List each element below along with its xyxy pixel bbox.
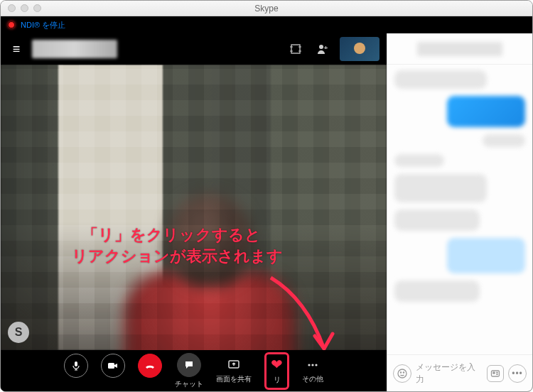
chat-log[interactable] xyxy=(387,65,532,354)
card-icon xyxy=(490,369,500,379)
svg-rect-0 xyxy=(291,45,300,53)
chat-message xyxy=(394,209,480,231)
window-title: Skype xyxy=(1,4,532,13)
contact-card-button[interactable] xyxy=(487,365,504,382)
svg-point-9 xyxy=(308,364,310,366)
chat-label: チャット xyxy=(175,379,203,389)
chat-contact-name-blurred xyxy=(417,42,502,56)
more-icon xyxy=(306,358,320,372)
call-header: ≡ xyxy=(1,33,387,65)
chat-panel: メッセージを入力 ••• xyxy=(387,33,532,391)
add-participant-icon[interactable] xyxy=(313,39,333,59)
svg-rect-7 xyxy=(108,363,114,369)
chat-message xyxy=(394,154,444,167)
share-label: 画面を共有 xyxy=(216,374,252,384)
open-chat-button[interactable]: チャット xyxy=(175,353,203,389)
chat-message xyxy=(394,174,487,202)
call-control-bar: . . . チャット xyxy=(1,350,387,391)
mosaic-overlay xyxy=(1,65,387,350)
chat-message xyxy=(447,96,525,127)
chat-message xyxy=(394,281,480,302)
annotation-text-2: リアクションが表示されます xyxy=(72,246,283,267)
self-view-thumbnail[interactable] xyxy=(340,37,379,61)
heart-icon: ❤ xyxy=(271,356,283,373)
share-screen-button[interactable]: 画面を共有 xyxy=(216,358,252,384)
share-screen-icon xyxy=(227,358,241,372)
ndi-stop-button[interactable]: NDI® を停止 xyxy=(21,20,65,31)
chat-message xyxy=(447,238,525,273)
svg-point-13 xyxy=(400,371,401,372)
svg-point-5 xyxy=(319,45,323,49)
more-options-button[interactable]: その他 xyxy=(302,358,323,384)
svg-point-16 xyxy=(493,371,495,373)
ellipsis-icon: ••• xyxy=(512,369,523,379)
svg-rect-15 xyxy=(492,371,500,376)
microphone-icon xyxy=(71,361,81,371)
chat-icon xyxy=(184,360,194,370)
ndi-toolbar: NDI® を停止 xyxy=(1,16,532,33)
record-indicator-icon xyxy=(8,21,15,28)
participant-name-blurred xyxy=(32,40,117,58)
main-video: S 「リ」をクリックすると リアクションが表示されます xyxy=(1,65,387,350)
chat-header xyxy=(387,33,532,65)
smiley-icon xyxy=(397,369,407,379)
message-input[interactable]: メッセージを入力 xyxy=(416,361,483,386)
camera-icon xyxy=(107,361,119,370)
mute-button[interactable]: . xyxy=(64,354,88,388)
hang-up-icon xyxy=(144,359,156,372)
grid-view-icon[interactable] xyxy=(286,39,306,59)
svg-point-14 xyxy=(403,371,404,372)
call-panel: ≡ S 「リ」をクリックすると リ xyxy=(1,33,387,391)
reaction-button[interactable]: ❤ リ xyxy=(264,352,289,390)
svg-point-10 xyxy=(311,364,313,366)
svg-point-12 xyxy=(398,369,407,378)
annotation-text-1: 「リ」をクリックすると xyxy=(82,224,261,246)
menu-icon[interactable]: ≡ xyxy=(8,42,25,57)
more-label: その他 xyxy=(302,374,323,384)
camera-button[interactable]: . xyxy=(101,354,125,388)
chat-input-bar: メッセージを入力 ••• xyxy=(387,354,532,391)
chat-message xyxy=(394,70,487,89)
chat-message xyxy=(483,134,525,147)
svg-point-11 xyxy=(315,364,317,366)
reaction-label: リ xyxy=(274,375,281,385)
avatar-badge: S xyxy=(8,322,29,343)
svg-rect-6 xyxy=(75,361,77,366)
emoji-picker-button[interactable] xyxy=(393,364,411,383)
content-area: ≡ S 「リ」をクリックすると リ xyxy=(1,33,532,391)
more-input-button[interactable]: ••• xyxy=(508,364,527,383)
end-call-button[interactable]: . xyxy=(138,354,162,388)
titlebar: Skype xyxy=(1,1,532,16)
app-window: Skype NDI® を停止 ≡ xyxy=(0,0,533,392)
